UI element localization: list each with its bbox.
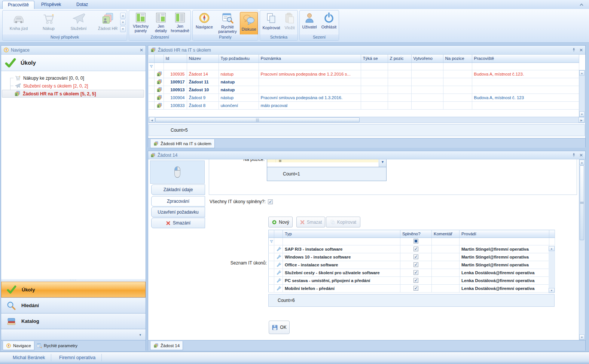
rychle-parametry-button[interactable]: Rychlé parametry bbox=[216, 12, 239, 34]
task-row[interactable]: Office - instalace software Martin Sting… bbox=[269, 261, 555, 269]
table-row[interactable]: 100935 Žádost 14 nástup Pracovní smlouva… bbox=[149, 70, 579, 78]
grid-vertical-scrollbar[interactable]: ▲ ▼ bbox=[579, 70, 585, 117]
vsechny-panely-button[interactable]: Všechny panely bbox=[131, 12, 151, 34]
ok-button[interactable]: OK bbox=[269, 321, 290, 334]
tab-zadost-14[interactable]: Žádost 14 bbox=[150, 341, 183, 350]
outlook-button-hledani[interactable]: Hledání bbox=[1, 297, 146, 313]
scroll-up-icon[interactable]: ▲ bbox=[120, 13, 126, 19]
ribbon-tab-prispevek[interactable]: Příspěvek bbox=[36, 1, 66, 9]
button-label: Jen detaily bbox=[152, 24, 170, 33]
side-tab-label: Smazání bbox=[173, 220, 190, 226]
jen-hromadne-button[interactable]: Jen hromadně bbox=[170, 12, 190, 34]
vlozit-button[interactable]: Vložit bbox=[282, 12, 297, 34]
splneno-checkbox[interactable] bbox=[413, 270, 418, 275]
scroll-more-icon[interactable]: ▼ bbox=[120, 26, 126, 32]
uzivatel-button[interactable]: Uživatel bbox=[300, 12, 319, 34]
pin-icon[interactable] bbox=[571, 153, 576, 157]
dropdown-arrow-icon[interactable]: ▼ bbox=[379, 159, 386, 167]
column-header-nazev[interactable]: Název bbox=[187, 55, 219, 62]
all-done-checkbox[interactable] bbox=[268, 199, 273, 204]
splneno-checkbox[interactable] bbox=[413, 286, 418, 291]
splneno-checkbox[interactable] bbox=[413, 262, 418, 267]
ribbon-collapse-button[interactable] bbox=[578, 1, 585, 7]
outlook-overflow-strip[interactable]: ▾ bbox=[1, 329, 146, 340]
tasks-vertical-scrollbar[interactable]: ▲ ▼ bbox=[549, 246, 555, 293]
task-row[interactable]: Služební cesty - školení pro uživatele s… bbox=[269, 269, 555, 277]
column-header-typ[interactable]: Typ požadavku bbox=[219, 55, 259, 62]
sluzebni-button[interactable]: Služební bbox=[65, 12, 92, 34]
pin-icon[interactable] bbox=[571, 48, 576, 52]
column-header-pracoviste[interactable]: Pracoviště bbox=[472, 55, 579, 62]
splneno-checkbox[interactable] bbox=[413, 278, 418, 283]
na-pozice-lookup[interactable]: ▦ ▼ bbox=[267, 159, 387, 167]
kopirovat-button[interactable]: Kopírovat bbox=[260, 12, 283, 34]
filter-checkbox[interactable] bbox=[413, 239, 418, 244]
zadost-hr-button[interactable]: Žádost HR bbox=[95, 12, 121, 34]
side-tab-smazani[interactable]: Smazání bbox=[151, 218, 205, 228]
table-row[interactable]: 100917 Žádost 11 nástup bbox=[149, 78, 579, 86]
column-header-provadi[interactable]: Provádí bbox=[460, 230, 549, 238]
tab-navigace[interactable]: Navigace bbox=[3, 341, 34, 350]
dropdown-arrow-icon[interactable]: ▾ bbox=[139, 333, 141, 337]
scrollbar-thumb[interactable] bbox=[580, 165, 584, 240]
scrollbar-thumb[interactable] bbox=[155, 117, 360, 122]
close-icon[interactable]: ✕ bbox=[140, 48, 143, 52]
column-header-id[interactable]: Id bbox=[164, 55, 187, 62]
outlook-button-ukoly[interactable]: Úkoly bbox=[1, 282, 146, 297]
ribbon-tab-dotaz[interactable]: Dotaz bbox=[71, 1, 93, 9]
jen-detaily-button[interactable]: Jen detaily bbox=[152, 12, 170, 34]
scroll-down-icon[interactable]: ▼ bbox=[579, 334, 585, 340]
table-row[interactable]: 100904 Žádost 9 nástup Pracovní smlouva … bbox=[149, 94, 579, 101]
tab-zadosti-hr[interactable]: Žádosti HR na IT s úkolem bbox=[150, 139, 215, 148]
side-tab-uzavreni[interactable]: Uzavření požadavku bbox=[151, 207, 205, 217]
filter-row[interactable] bbox=[149, 62, 579, 70]
nakup-button[interactable]: Nákup bbox=[36, 12, 62, 34]
column-header-komentar[interactable]: Komentář bbox=[432, 230, 460, 238]
scroll-right-icon[interactable]: ▶ bbox=[579, 117, 585, 123]
splneno-checkbox[interactable] bbox=[413, 254, 418, 259]
filter-row[interactable] bbox=[269, 238, 555, 245]
ribbon-tab-pracoviste[interactable]: Pracoviště bbox=[2, 1, 34, 9]
column-header-tyka-se[interactable]: Týká se bbox=[361, 55, 388, 62]
ribbon-group-scroll[interactable]: ▲▼▼ bbox=[120, 13, 126, 33]
navigace-button[interactable]: Navigace bbox=[193, 12, 215, 34]
cell-provadi: Martin Stingel@firemní operativa bbox=[460, 261, 549, 269]
column-header-typ[interactable]: Typ bbox=[283, 230, 400, 238]
task-row[interactable]: Windows 10 - instalace software Martin S… bbox=[269, 253, 555, 261]
tree-item-zadosti-hr[interactable]: Žádosti HR na IT s úkolem [5, 2, 5] bbox=[2, 90, 144, 98]
kniha-jizd-button[interactable]: Kniha jízd bbox=[6, 12, 32, 34]
close-icon[interactable]: ✕ bbox=[579, 48, 583, 52]
scroll-up-icon[interactable]: ▲ bbox=[549, 246, 555, 251]
side-tab-zakladni-udaje[interactable]: Základní údaje bbox=[151, 184, 205, 195]
scroll-up-icon[interactable]: ▲ bbox=[579, 160, 585, 165]
column-header-na-pozice[interactable]: Na pozice bbox=[443, 55, 472, 62]
tab-rychle-parametry[interactable]: Rychlé parametry bbox=[33, 341, 81, 350]
smazat-button[interactable]: Smazat bbox=[296, 217, 325, 227]
scroll-down-icon[interactable]: ▼ bbox=[549, 288, 555, 293]
splneno-checkbox[interactable] bbox=[413, 247, 418, 251]
scroll-left-icon[interactable]: ◀ bbox=[149, 117, 155, 123]
table-row[interactable]: 100913 Žádost 10 nástup bbox=[149, 86, 579, 94]
scroll-up-icon[interactable]: ▲ bbox=[579, 70, 585, 76]
outlook-button-katalog[interactable]: Katalog bbox=[1, 313, 146, 329]
scroll-down-icon[interactable]: ▼ bbox=[120, 19, 126, 25]
close-icon[interactable]: ✕ bbox=[579, 153, 583, 157]
detail-vertical-scrollbar[interactable]: ▲ ▼ bbox=[579, 159, 585, 340]
column-header-poznamka[interactable]: Poznámka bbox=[259, 55, 361, 62]
grid-horizontal-scrollbar[interactable]: ◀ ▶ bbox=[149, 117, 585, 123]
table-row[interactable]: 100833 Žádost 8 ukončení málo pracoval bbox=[149, 101, 579, 109]
column-header-splneno[interactable]: Splněno? bbox=[400, 230, 432, 238]
scroll-down-icon[interactable]: ▼ bbox=[579, 111, 585, 117]
column-header-vytvoreno[interactable]: Vytvořeno bbox=[411, 55, 443, 62]
novy-button[interactable]: Nový bbox=[268, 217, 293, 227]
kopirovat-button[interactable]: Kopírovat bbox=[326, 217, 360, 227]
sidebar-splitter[interactable]: ···· bbox=[1, 279, 146, 282]
tree-item-sluzebni-cesty[interactable]: Služební cesty s úkolem [2, 0, 2] bbox=[2, 82, 144, 90]
column-header-z-pozic[interactable]: Z pozic bbox=[388, 55, 411, 62]
odhlasit-button[interactable]: Odhlásit bbox=[319, 12, 339, 34]
tree-item-nakupy[interactable]: Nákupy ke zpracování [0, 0, 0] bbox=[2, 74, 144, 82]
task-row[interactable]: PC sestava - umístění, připojení a předá… bbox=[269, 277, 555, 285]
task-row[interactable]: SAP R/3 - instalace software Martin Stin… bbox=[269, 245, 555, 253]
side-tab-zpracovani[interactable]: Zpracování bbox=[151, 196, 205, 207]
task-row[interactable]: Mobilní telefon - předání Lenka Dostálov… bbox=[269, 285, 555, 293]
